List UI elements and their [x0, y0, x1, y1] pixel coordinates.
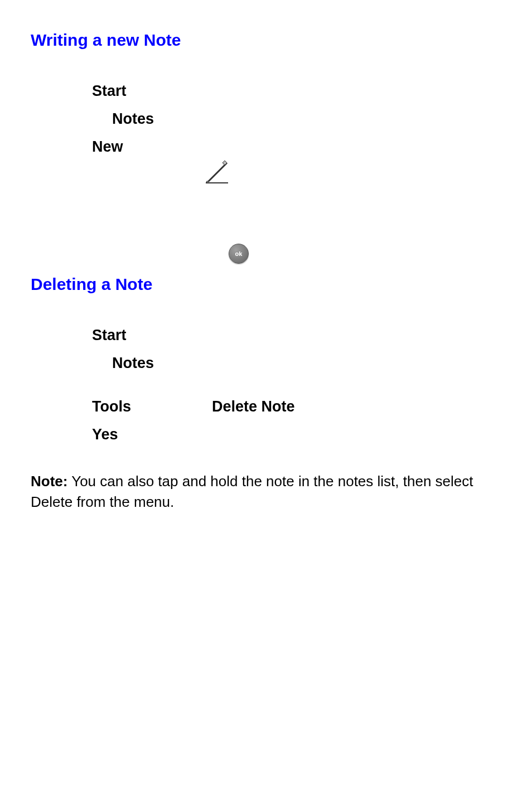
- item-notes: Notes: [92, 105, 501, 133]
- section2-content: Start Notes Tools Delete Note Yes: [31, 322, 501, 449]
- note-paragraph: Note: You can also tap and hold the note…: [31, 471, 501, 513]
- note-text: You can also tap and hold the note in th…: [31, 473, 473, 511]
- item-delete-note: Delete Note: [212, 398, 295, 415]
- item-new: New: [92, 133, 501, 161]
- ok-icon: ok: [229, 244, 249, 264]
- svg-line-0: [208, 163, 227, 182]
- pen-icon-row: [92, 158, 501, 185]
- pen-icon: [204, 158, 230, 185]
- heading-writing-new-note: Writing a new Note: [31, 31, 501, 50]
- item-start-2: Start: [92, 322, 501, 350]
- item-tools: Tools: [92, 393, 131, 421]
- note-label: Note:: [31, 473, 67, 490]
- heading-deleting-note: Deleting a Note: [31, 275, 501, 294]
- section1-content: Start Notes New: [31, 78, 501, 185]
- item-start: Start: [92, 78, 501, 105]
- tools-row: Tools Delete Note: [92, 393, 501, 421]
- ok-icon-row: ok: [31, 244, 501, 264]
- item-notes-2: Notes: [92, 350, 501, 377]
- item-yes: Yes: [92, 421, 501, 449]
